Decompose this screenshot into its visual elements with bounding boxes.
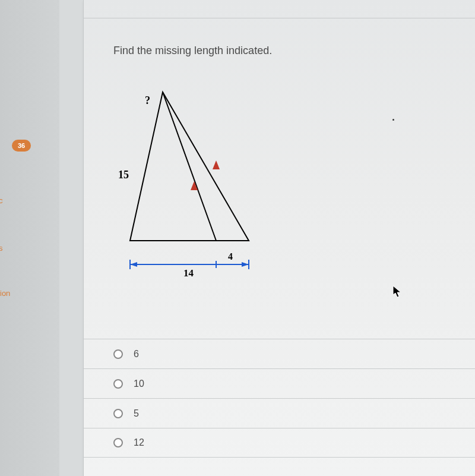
option-a[interactable]: 6: [84, 339, 475, 368]
radio-icon: [113, 349, 123, 359]
option-label: 12: [134, 437, 144, 448]
sidebar-item-c[interactable]: c: [0, 196, 3, 205]
divider: [84, 18, 475, 18]
sidebar-item-ion[interactable]: ion: [0, 289, 10, 298]
svg-text:4: 4: [228, 251, 233, 261]
svg-text:15: 15: [118, 169, 129, 181]
svg-marker-9: [130, 262, 137, 267]
geometry-figure: ? 15 14 4: [112, 86, 278, 294]
answer-options: 6 10 5 12: [84, 339, 475, 458]
radio-icon: [113, 409, 123, 418]
svg-text:14: 14: [183, 267, 194, 279]
question-number-badge: 36: [12, 140, 31, 152]
option-d[interactable]: 12: [84, 428, 475, 458]
svg-marker-2: [213, 160, 220, 169]
option-label: 5: [134, 408, 139, 419]
sidebar-item-s[interactable]: s: [0, 244, 3, 253]
option-b[interactable]: 10: [84, 368, 475, 398]
speck: [392, 119, 394, 121]
svg-line-1: [163, 92, 216, 241]
option-label: 6: [134, 349, 139, 360]
sidebar: 36 c s ion: [0, 0, 59, 476]
cursor-icon: [392, 285, 403, 298]
question-prompt: Find the missing length indicated.: [113, 45, 272, 57]
option-c[interactable]: 5: [84, 398, 475, 428]
svg-marker-10: [242, 262, 249, 267]
radio-icon: [113, 438, 123, 447]
radio-icon: [113, 379, 123, 389]
option-label: 10: [134, 379, 144, 389]
main-content: Find the missing length indicated. ? 15 …: [83, 0, 475, 476]
svg-text:?: ?: [145, 94, 150, 106]
